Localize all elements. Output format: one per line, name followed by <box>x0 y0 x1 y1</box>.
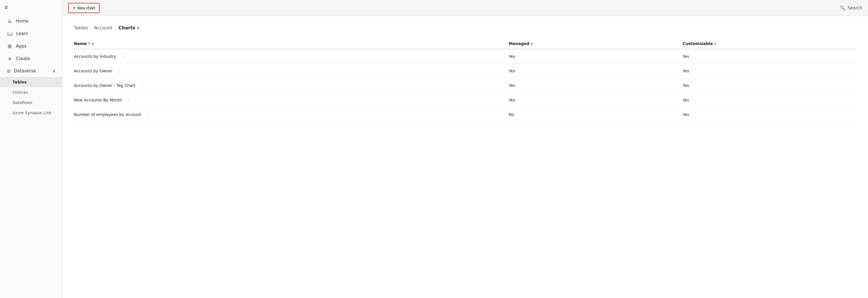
breadcrumb-chevron-icon[interactable]: ∨ <box>137 26 140 30</box>
breadcrumb-tables[interactable]: Tables <box>74 25 88 30</box>
sidebar-item-learn-label: Learn <box>16 31 28 36</box>
row-name-text-4: Number of employees by account <box>74 112 141 117</box>
table-row: Number of employees by account ⋮ No Yes <box>74 107 857 122</box>
sidebar-dataverse-label: Dataverse <box>14 69 36 74</box>
dataverse-expand-icon: ∧ <box>52 69 56 74</box>
col-header-managed: Managed ∨ <box>508 38 683 49</box>
cell-name-4: Number of employees by account ⋮ <box>74 107 508 122</box>
breadcrumb-current: Charts ∨ <box>119 25 140 30</box>
customizable-sort-icon[interactable]: ∨ <box>714 42 716 46</box>
hamburger-icon: ☰ <box>5 5 8 10</box>
cell-customizable-1: Yes <box>683 64 857 78</box>
cell-managed-0: Yes <box>508 49 683 64</box>
breadcrumb-sep-2: › <box>115 26 116 30</box>
row-context-menu-0[interactable]: ⋮ <box>119 53 127 59</box>
cell-name-2: Accounts by Owner - Tag Chart ⋮ <box>74 78 508 93</box>
sidebar-item-apps[interactable]: ⊞ Apps <box>1 40 61 52</box>
row-name-text-1: Accounts by Owner <box>74 69 113 73</box>
name-sort-desc-icon[interactable]: ∨ <box>92 42 94 46</box>
apps-icon: ⊞ <box>7 43 12 49</box>
row-context-menu-3[interactable]: ⋮ <box>125 97 134 103</box>
row-context-menu-2[interactable]: ⋮ <box>138 82 147 89</box>
table-row: Accounts by Industry ⋮ Yes Yes <box>74 49 857 64</box>
search-label: Search <box>847 5 862 10</box>
dataverse-icon: ◎ <box>7 69 10 74</box>
sidebar-item-home-label: Home <box>16 19 28 24</box>
search-button[interactable]: 🔍 Search <box>840 5 862 10</box>
sidebar-item-learn[interactable]: 📖 Learn <box>1 27 61 40</box>
table-row: Accounts by Owner ⋮ Yes Yes <box>74 64 857 78</box>
cell-managed-4: No <box>508 107 683 122</box>
toolbar: + New chart 🔍 Search <box>63 0 868 16</box>
hamburger-button[interactable]: ☰ <box>0 0 62 15</box>
sidebar-sub-item-dataflows[interactable]: Dataflows <box>0 98 62 108</box>
row-name-text-3: New Accounts By Month <box>74 98 122 102</box>
col-header-customizable: Customizable ∨ <box>683 38 857 49</box>
content-area: Tables › Account › Charts ∨ Name ↑ ∨ <box>63 16 868 298</box>
sidebar-sub-item-choices[interactable]: Choices <box>0 87 62 98</box>
breadcrumb: Tables › Account › Charts ∨ <box>74 25 857 30</box>
create-icon: + <box>7 56 12 61</box>
cell-customizable-3: Yes <box>683 93 857 107</box>
cell-managed-1: Yes <box>508 64 683 78</box>
col-header-name: Name ↑ ∨ <box>74 38 508 49</box>
table-body: Accounts by Industry ⋮ Yes Yes Accounts … <box>74 49 857 122</box>
row-context-menu-1[interactable]: ⋮ <box>116 68 124 74</box>
learn-icon: 📖 <box>7 31 13 36</box>
cell-customizable-2: Yes <box>683 78 857 93</box>
managed-sort-icon[interactable]: ∨ <box>530 42 533 46</box>
cell-managed-2: Yes <box>508 78 683 93</box>
breadcrumb-account[interactable]: Account <box>94 25 113 30</box>
table-row: New Accounts By Month ⋮ Yes Yes <box>74 93 857 107</box>
cell-customizable-0: Yes <box>683 49 857 64</box>
home-icon: ⌂ <box>7 18 12 24</box>
sidebar-item-dataverse[interactable]: ◎ Dataverse ∧ <box>1 65 61 77</box>
row-name-text-0: Accounts by Industry <box>74 54 116 59</box>
new-chart-plus-icon: + <box>73 5 75 10</box>
breadcrumb-sep-1: › <box>90 26 92 30</box>
sidebar-sub-item-tables[interactable]: Tables <box>0 77 62 87</box>
row-context-menu-4[interactable]: ⋮ <box>144 111 153 118</box>
search-icon: 🔍 <box>840 5 845 10</box>
cell-customizable-4: Yes <box>683 107 857 122</box>
cell-name-3: New Accounts By Month ⋮ <box>74 93 508 107</box>
sidebar-item-create-label: Create <box>16 56 30 61</box>
sidebar-item-home[interactable]: ⌂ Home <box>1 15 61 27</box>
sidebar-item-create[interactable]: + Create <box>1 52 61 65</box>
sidebar: ☰ ⌂ Home 📖 Learn ⊞ Apps + Create ◎ Datav… <box>0 0 63 298</box>
breadcrumb-current-label: Charts <box>119 25 135 30</box>
table-row: Accounts by Owner - Tag Chart ⋮ Yes Yes <box>74 78 857 93</box>
sidebar-sub-item-azure-synapse[interactable]: Azure Synapse Link <box>0 108 62 118</box>
row-name-text-2: Accounts by Owner - Tag Chart <box>74 83 135 88</box>
new-chart-button[interactable]: + New chart <box>68 3 99 13</box>
charts-table: Name ↑ ∨ Managed ∨ Customizable <box>74 38 857 122</box>
cell-managed-3: Yes <box>508 93 683 107</box>
new-chart-label: New chart <box>77 6 95 10</box>
cell-name-1: Accounts by Owner ⋮ <box>74 64 508 78</box>
cell-name-0: Accounts by Industry ⋮ <box>74 49 508 64</box>
main-area: + New chart 🔍 Search Tables › Account › … <box>63 0 868 298</box>
name-sort-asc-icon[interactable]: ↑ <box>88 42 90 46</box>
sidebar-item-apps-label: Apps <box>16 44 26 49</box>
table-header: Name ↑ ∨ Managed ∨ Customizable <box>74 38 857 49</box>
